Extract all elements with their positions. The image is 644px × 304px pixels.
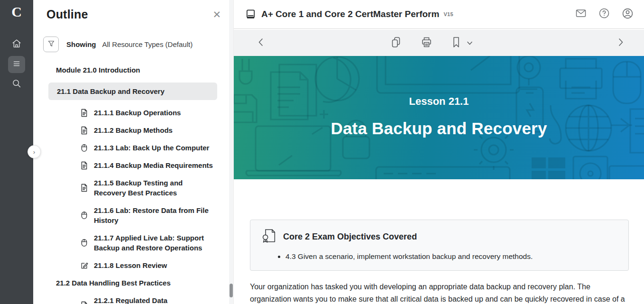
- course-title: A+ Core 1 and Core 2 CertMaster Perform: [261, 9, 439, 19]
- search-button[interactable]: [8, 76, 25, 93]
- certificate-icon: [261, 228, 276, 246]
- chevron-left-icon: [257, 37, 265, 49]
- home-icon: [11, 38, 22, 51]
- document-icon: [81, 301, 89, 304]
- main-area: A+ Core 1 and Core 2 CertMaster Perform …: [233, 0, 644, 304]
- search-icon: [11, 78, 22, 91]
- pencil-icon: [81, 261, 89, 269]
- ereader-icon: [245, 9, 256, 20]
- filter-current-value: All Resource Types (Default): [102, 40, 193, 48]
- account-button[interactable]: [622, 8, 634, 21]
- mail-icon: [575, 8, 587, 21]
- messages-button[interactable]: [575, 8, 587, 21]
- help-button[interactable]: [598, 8, 610, 21]
- bookmark-icon: [451, 36, 461, 50]
- lesson-title: Data Backup and Recovery: [234, 119, 644, 138]
- document-icon: [81, 109, 89, 117]
- outline-panel-title: Outline: [46, 8, 88, 21]
- question-circle-icon: [598, 8, 610, 21]
- print-button[interactable]: [421, 36, 432, 50]
- mouse-icon: [81, 211, 89, 220]
- next-page-button[interactable]: [616, 37, 625, 49]
- course-header: A+ Core 1 and Core 2 CertMaster Perform …: [234, 0, 644, 29]
- lesson-content: Core 2 Exam Objectives Covered 4.3 Given…: [234, 179, 644, 304]
- copy-button[interactable]: [390, 36, 402, 50]
- home-button[interactable]: [8, 36, 25, 53]
- funnel-icon: [47, 39, 55, 50]
- course-version-badge: V15: [443, 11, 453, 17]
- copy-icon: [390, 36, 402, 50]
- outline-item-21-1-6[interactable]: 21.1.6 Lab: Restore Data from File Histo…: [33, 205, 233, 225]
- close-icon[interactable]: ✕: [212, 9, 221, 19]
- tech-pattern-illustration: [234, 56, 644, 179]
- outline-item-21-1-active[interactable]: 21.1 Data Backup and Recovery: [48, 83, 217, 100]
- app-window: C › Outline ✕: [0, 0, 644, 304]
- objectives-title: Core 2 Exam Objectives Covered: [283, 232, 417, 242]
- exam-objectives-box: Core 2 Exam Objectives Covered 4.3 Given…: [250, 220, 629, 271]
- outline-panel: Outline ✕ Showing All Resource Types (De…: [33, 0, 233, 304]
- outline-item-21-1-5[interactable]: 21.1.5 Backup Testing and Recovery Best …: [33, 178, 233, 198]
- menu-icon: [11, 58, 22, 71]
- outline-list: Module 21.0 Introduction 21.1 Data Backu…: [33, 65, 233, 304]
- outline-item-21-1-7[interactable]: 21.1.7 Applied Live Lab: Support Backup …: [33, 233, 233, 253]
- lesson-toolbar: [234, 30, 644, 56]
- outline-item-module-21-0[interactable]: Module 21.0 Introduction: [33, 65, 233, 75]
- comptia-logo: C: [11, 4, 22, 20]
- outline-item-21-1-3[interactable]: 21.1.3 Lab: Back Up the Computer: [33, 143, 233, 153]
- document-icon: [81, 161, 89, 170]
- chevron-down-icon: [467, 39, 473, 47]
- document-icon: [81, 126, 89, 135]
- bookmark-button[interactable]: [451, 36, 461, 50]
- outline-item-21-1-2[interactable]: 21.1.2 Backup Methods: [33, 125, 233, 135]
- objectives-list: 4.3 Given a scenario, implement workstat…: [285, 251, 618, 262]
- printer-icon: [421, 36, 432, 50]
- outline-item-21-1-4[interactable]: 21.1.4 Backup Media Requirements: [33, 160, 233, 170]
- outline-item-21-1-8[interactable]: 21.1.8 Lesson Review: [33, 260, 233, 270]
- mouse-icon: [81, 239, 89, 247]
- previous-page-button[interactable]: [257, 37, 265, 49]
- outline-scrollbar[interactable]: [229, 0, 233, 304]
- filter-showing-label: Showing: [66, 40, 96, 48]
- mouse-icon: [81, 144, 89, 152]
- bookmark-menu-button[interactable]: [467, 39, 473, 47]
- chevron-right-icon: ›: [33, 148, 35, 156]
- objective-item: 4.3 Given a scenario, implement workstat…: [285, 251, 618, 262]
- lesson-hero-banner: Lesson 21.1 Data Backup and Recovery: [234, 56, 644, 179]
- outline-toggle-button[interactable]: [8, 56, 25, 73]
- filter-button[interactable]: [43, 37, 59, 52]
- panel-collapse-button[interactable]: ›: [28, 145, 41, 158]
- outline-item-module-21-2[interactable]: 21.2 Data Handling Best Practices: [33, 278, 233, 288]
- outline-item-21-2-1[interactable]: 21.2.1 Regulated Data Classification: [33, 295, 233, 304]
- lesson-intro-paragraph: Your organization has tasked you with de…: [250, 281, 629, 304]
- outline-item-21-1-1[interactable]: 21.1.1 Backup Operations: [33, 108, 233, 118]
- lesson-number: Lesson 21.1: [234, 95, 644, 108]
- chevron-right-icon: [616, 37, 625, 49]
- user-circle-icon: [622, 8, 634, 21]
- outline-scrollbar-thumb[interactable]: [230, 284, 233, 297]
- document-icon: [81, 184, 89, 192]
